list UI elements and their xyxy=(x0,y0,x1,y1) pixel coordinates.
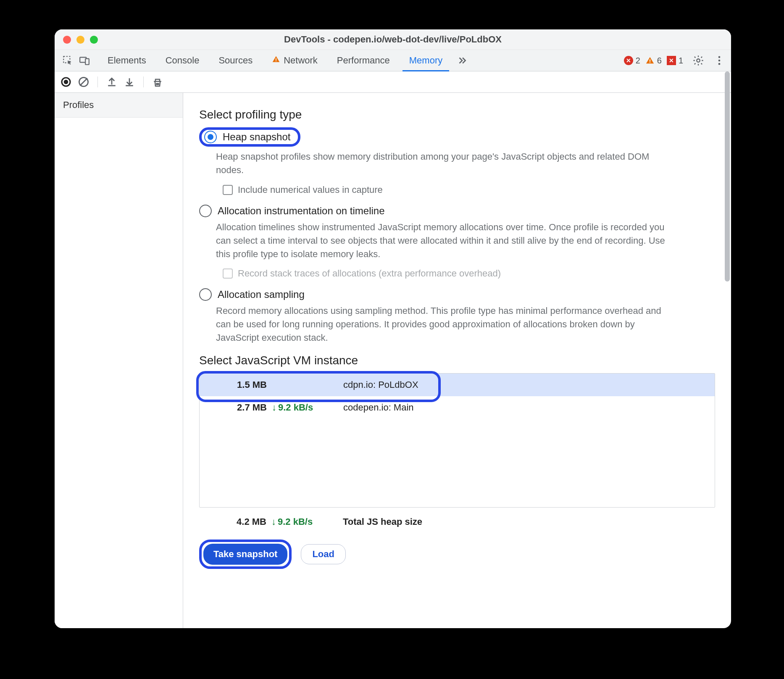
error-counter[interactable]: ✕2 xyxy=(624,56,640,66)
settings-icon[interactable] xyxy=(692,55,704,66)
panel-body: Profiles Select profiling type Heap snap… xyxy=(55,71,731,628)
arrow-down-icon: ↓ xyxy=(271,516,276,527)
svg-point-8 xyxy=(718,56,721,58)
warning-counter[interactable]: 6 xyxy=(645,56,662,66)
memory-main: Select profiling type Heap snapshot Heap… xyxy=(183,93,731,628)
svg-point-9 xyxy=(718,60,721,62)
memory-toolbar xyxy=(55,71,731,93)
include-numerical-label: Include numerical values in capture xyxy=(238,184,383,195)
select-vm-instance-heading: Select JavaScript VM instance xyxy=(199,354,715,367)
profiles-sidebar: Profiles xyxy=(55,93,183,628)
download-icon[interactable] xyxy=(123,76,136,88)
status-counters: ✕2 6 ✕1 xyxy=(624,50,728,71)
heap-snapshot-label: Heap snapshot xyxy=(223,131,290,143)
select-profiling-type-heading: Select profiling type xyxy=(199,108,715,121)
svg-point-12 xyxy=(64,80,68,84)
tab-console[interactable]: Console xyxy=(156,50,209,71)
option-allocation-sampling: Allocation sampling Record memory alloca… xyxy=(199,288,715,345)
radio-allocation-sampling[interactable] xyxy=(199,288,212,301)
svg-rect-5 xyxy=(650,59,650,62)
vm-row-selected[interactable]: 1.5 MB cdpn.io: PoLdbOX xyxy=(200,374,715,396)
record-stack-traces-label: Record stack traces of allocations (extr… xyxy=(238,268,501,279)
titlebar: DevTools - codepen.io/web-dot-dev/live/P… xyxy=(55,29,731,50)
checkbox-record-stack-traces xyxy=(223,268,233,279)
checkbox-include-numerical[interactable] xyxy=(223,185,233,195)
load-button[interactable]: Load xyxy=(301,544,346,564)
devtools-window: DevTools - codepen.io/web-dot-dev/live/P… xyxy=(55,29,731,628)
tab-memory[interactable]: Memory xyxy=(400,50,452,71)
more-options-icon[interactable] xyxy=(713,55,725,66)
clear-icon[interactable] xyxy=(77,76,90,88)
panel-tabs: Elements Console Sources Network Perform… xyxy=(98,50,472,71)
garbage-collect-icon[interactable] xyxy=(151,76,164,88)
svg-rect-3 xyxy=(276,58,276,61)
take-snapshot-highlight: Take snapshot xyxy=(199,540,292,569)
allocation-timeline-label: Allocation instrumentation on timeline xyxy=(218,205,385,217)
vm-totals-row: 4.2 MB ↓9.2 kB/s Total JS heap size xyxy=(199,510,715,534)
devtools-tabbar: Elements Console Sources Network Perform… xyxy=(55,50,731,71)
sidebar-item-profiles[interactable]: Profiles xyxy=(55,93,183,118)
tab-sources[interactable]: Sources xyxy=(209,50,262,71)
window-title: DevTools - codepen.io/web-dot-dev/live/P… xyxy=(55,34,731,45)
allocation-sampling-label: Allocation sampling xyxy=(218,289,305,300)
heap-snapshot-desc: Heap snapshot profiles show memory distr… xyxy=(216,150,678,177)
option-heap-snapshot: Heap snapshot Heap snapshot profiles sho… xyxy=(199,127,715,195)
svg-point-7 xyxy=(697,59,700,62)
inspect-element-icon[interactable] xyxy=(62,55,73,66)
tab-performance[interactable]: Performance xyxy=(328,50,399,71)
upload-icon[interactable] xyxy=(105,76,118,88)
svg-rect-2 xyxy=(85,59,89,65)
allocation-sampling-desc: Record memory allocations using sampling… xyxy=(216,304,678,345)
tab-network[interactable]: Network xyxy=(263,50,327,71)
heap-snapshot-highlight: Heap snapshot xyxy=(199,127,300,147)
radio-heap-snapshot[interactable] xyxy=(204,131,217,143)
radio-allocation-timeline[interactable] xyxy=(199,205,212,217)
vm-row[interactable]: 2.7 MB ↓9.2 kB/s codepen.io: Main xyxy=(200,396,715,419)
record-icon[interactable] xyxy=(60,76,72,88)
device-toolbar-icon[interactable] xyxy=(79,55,90,66)
vm-instance-table: 1.5 MB cdpn.io: PoLdbOX 2.7 MB ↓9.2 kB/s… xyxy=(199,373,715,508)
warning-icon xyxy=(645,56,655,65)
svg-point-10 xyxy=(718,63,721,65)
option-allocation-timeline: Allocation instrumentation on timeline A… xyxy=(199,205,715,279)
take-snapshot-button[interactable]: Take snapshot xyxy=(203,544,287,565)
issues-counter[interactable]: ✕1 xyxy=(667,56,683,66)
svg-rect-6 xyxy=(650,62,650,63)
allocation-timeline-desc: Allocation timelines show instrumented J… xyxy=(216,221,678,261)
svg-rect-4 xyxy=(276,61,276,61)
tab-elements[interactable]: Elements xyxy=(98,50,155,71)
arrow-down-icon: ↓ xyxy=(272,402,276,413)
action-row: Take snapshot Load xyxy=(199,540,715,569)
svg-line-14 xyxy=(80,78,87,86)
warning-icon xyxy=(272,55,280,66)
more-tabs-button[interactable] xyxy=(453,50,472,71)
